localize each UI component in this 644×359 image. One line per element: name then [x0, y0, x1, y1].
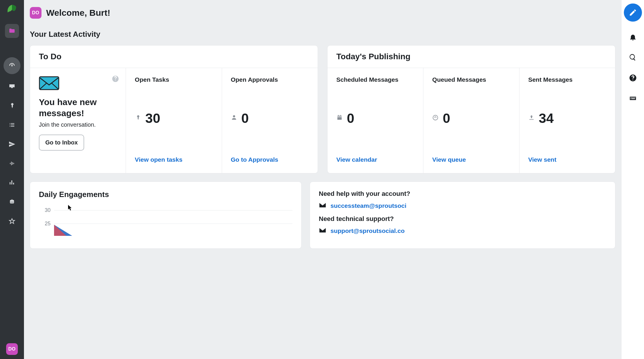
cursor-icon	[68, 205, 73, 211]
notifications-icon[interactable]	[628, 32, 638, 42]
right-utility-rail	[621, 0, 644, 359]
activity-section-title: Your Latest Activity	[30, 30, 615, 39]
nav-send-icon[interactable]	[5, 137, 19, 151]
tooltip-help-icon[interactable]	[112, 75, 119, 83]
nav-audio-icon[interactable]	[5, 156, 19, 170]
publishing-card: Today's Publishing Scheduled Messages 0 …	[327, 45, 615, 173]
engagements-chart-card: Daily Engagements 30 25	[30, 182, 302, 249]
engagements-chart-title: Daily Engagements	[39, 190, 292, 199]
view-open-tasks-link[interactable]: View open tasks	[135, 156, 213, 163]
pin-mini-icon	[135, 114, 141, 122]
support-email-link[interactable]: support@sproutsocial.co	[330, 227, 405, 234]
welcome-title: Welcome, Burt!	[46, 8, 110, 18]
view-queue-link[interactable]: View queue	[432, 156, 510, 163]
engagements-chart-body: 30 25	[39, 207, 292, 232]
nav-user-avatar[interactable]: DO	[6, 343, 18, 355]
messages-title: You have new messages!	[39, 97, 117, 118]
sent-value: 34	[539, 110, 554, 126]
brand-logo[interactable]	[6, 4, 18, 16]
chart-gridline	[54, 210, 292, 210]
todo-card: To Do You have new messages! Join the co…	[30, 45, 318, 173]
help-tech-title: Need technical support?	[319, 215, 606, 223]
sent-label: Sent Messages	[528, 76, 606, 83]
new-messages-cell: You have new messages! Join the conversa…	[30, 68, 126, 173]
scheduled-value: 0	[347, 110, 354, 126]
help-account-title: Need help with your account?	[319, 190, 606, 198]
calendar-mini-icon	[336, 114, 343, 122]
page-header: DO Welcome, Burt!	[30, 7, 615, 19]
approval-mini-icon	[231, 114, 237, 122]
open-approvals-label: Open Approvals	[231, 76, 309, 83]
open-tasks-cell: Open Tasks 30 View open tasks	[126, 68, 222, 173]
search-icon[interactable]	[628, 53, 638, 62]
svg-rect-1	[39, 77, 59, 90]
open-tasks-label: Open Tasks	[135, 76, 213, 83]
queued-value: 0	[443, 110, 450, 126]
chart-area-shape	[54, 225, 72, 236]
scheduled-label: Scheduled Messages	[336, 76, 414, 83]
help-icon[interactable]	[628, 73, 638, 83]
sent-cell: Sent Messages 34 View sent	[520, 68, 615, 173]
nav-chart-icon[interactable]	[5, 176, 19, 190]
queued-cell: Queued Messages 0 View queue	[423, 68, 519, 173]
view-calendar-link[interactable]: View calendar	[336, 156, 414, 163]
nav-bot-icon[interactable]	[5, 195, 19, 209]
svg-point-2	[433, 115, 438, 120]
support-card: Need help with your account? successteam…	[310, 182, 615, 249]
activity-row: To Do You have new messages! Join the co…	[30, 45, 615, 173]
nav-folder-icon[interactable]	[5, 24, 19, 38]
go-to-inbox-button[interactable]: Go to Inbox	[39, 135, 84, 151]
chart-ytick-25: 25	[39, 221, 51, 227]
view-sent-link[interactable]: View sent	[528, 156, 606, 163]
queued-label: Queued Messages	[432, 76, 510, 83]
keyboard-icon[interactable]	[628, 93, 638, 103]
chart-gridline	[54, 224, 292, 224]
main-content: DO Welcome, Burt! Your Latest Activity T…	[24, 0, 621, 359]
open-approvals-cell: Open Approvals 0 Go to Approvals	[222, 68, 318, 173]
mail-icon	[319, 202, 326, 209]
open-approvals-value: 0	[241, 110, 249, 126]
nav-star-icon[interactable]	[5, 214, 19, 228]
left-nav-rail: DO	[0, 0, 24, 359]
header-avatar[interactable]: DO	[30, 7, 41, 19]
nav-list-icon[interactable]	[5, 118, 19, 132]
scheduled-cell: Scheduled Messages 0 View calendar	[328, 68, 423, 173]
messages-subtitle: Join the conversation.	[39, 121, 117, 128]
go-to-approvals-link[interactable]: Go to Approvals	[231, 156, 309, 163]
publishing-title: Today's Publishing	[336, 52, 606, 61]
nav-inbox-icon[interactable]	[5, 79, 19, 93]
queue-mini-icon	[432, 114, 439, 122]
upload-mini-icon	[528, 114, 535, 122]
mail-icon	[319, 227, 326, 234]
nav-pin-icon[interactable]	[5, 99, 19, 113]
chart-ytick-30: 30	[39, 207, 51, 213]
open-tasks-value: 30	[145, 110, 160, 126]
success-team-email-link[interactable]: successteam@sproutsoci	[330, 202, 406, 209]
envelope-icon	[39, 76, 59, 90]
bottom-row: Daily Engagements 30 25 Need help with y…	[30, 182, 615, 249]
compose-button[interactable]	[624, 4, 642, 22]
nav-dashboard-icon[interactable]	[4, 57, 20, 74]
todo-title: To Do	[39, 52, 309, 61]
